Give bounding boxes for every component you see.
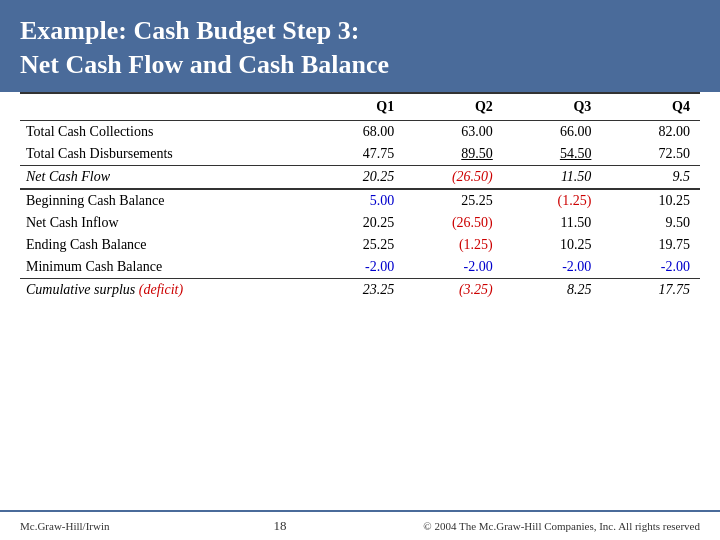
label-net-cash-inflow: Net Cash Inflow xyxy=(20,212,306,234)
q3-cumulative-surplus: 8.25 xyxy=(503,278,602,301)
q1-net-cash-flow: 20.25 xyxy=(306,165,405,189)
page-title: Example: Cash Budget Step 3: Net Cash Fl… xyxy=(20,14,389,82)
q4-total-cash-disbursements: 72.50 xyxy=(601,143,700,166)
page-wrapper: Example: Cash Budget Step 3: Net Cash Fl… xyxy=(0,0,720,540)
row-beginning-cash-balance: Beginning Cash Balance 5.00 25.25 (1.25)… xyxy=(20,189,700,212)
q2-beginning-cash-balance: 25.25 xyxy=(404,189,503,212)
q1-ending-cash-balance: 25.25 xyxy=(306,234,405,256)
q1-cumulative-surplus: 23.25 xyxy=(306,278,405,301)
header-section: Example: Cash Budget Step 3: Net Cash Fl… xyxy=(0,0,720,92)
q2-net-cash-inflow: (26.50) xyxy=(404,212,503,234)
row-total-cash-disbursements: Total Cash Disbursements 47.75 89.50 54.… xyxy=(20,143,700,166)
col-header-q3: Q3 xyxy=(503,93,602,121)
label-cumulative-surplus: Cumulative surplus (deficit) xyxy=(20,278,306,301)
label-total-cash-disbursements: Total Cash Disbursements xyxy=(20,143,306,166)
page-number: 18 xyxy=(140,518,420,534)
q4-minimum-cash-balance: -2.00 xyxy=(601,256,700,279)
col-header-label xyxy=(20,93,306,121)
label-total-cash-collections: Total Cash Collections xyxy=(20,120,306,143)
q1-net-cash-inflow: 20.25 xyxy=(306,212,405,234)
footer-section: Mc.Graw-Hill/Irwin 18 © 2004 The Mc.Graw… xyxy=(0,510,720,540)
q3-net-cash-inflow: 11.50 xyxy=(503,212,602,234)
col-header-q1: Q1 xyxy=(306,93,405,121)
label-minimum-cash-balance: Minimum Cash Balance xyxy=(20,256,306,279)
q4-ending-cash-balance: 19.75 xyxy=(601,234,700,256)
row-minimum-cash-balance: Minimum Cash Balance -2.00 -2.00 -2.00 -… xyxy=(20,256,700,279)
q2-total-cash-collections: 63.00 xyxy=(404,120,503,143)
q3-net-cash-flow: 11.50 xyxy=(503,165,602,189)
q4-total-cash-collections: 82.00 xyxy=(601,120,700,143)
col-header-q2: Q2 xyxy=(404,93,503,121)
q1-total-cash-collections: 68.00 xyxy=(306,120,405,143)
row-net-cash-flow: Net Cash Flow 20.25 (26.50) 11.50 9.5 xyxy=(20,165,700,189)
table-header-row: Q1 Q2 Q3 Q4 xyxy=(20,93,700,121)
footer-copyright: © 2004 The Mc.Graw-Hill Companies, Inc. … xyxy=(420,520,700,532)
q4-beginning-cash-balance: 10.25 xyxy=(601,189,700,212)
label-net-cash-flow: Net Cash Flow xyxy=(20,165,306,189)
q1-total-cash-disbursements: 47.75 xyxy=(306,143,405,166)
q1-minimum-cash-balance: -2.00 xyxy=(306,256,405,279)
q2-net-cash-flow: (26.50) xyxy=(404,165,503,189)
cash-budget-table: Q1 Q2 Q3 Q4 Total Cash Collections 68.00… xyxy=(20,92,700,301)
q2-total-cash-disbursements: 89.50 xyxy=(404,143,503,166)
q4-net-cash-flow: 9.5 xyxy=(601,165,700,189)
row-cumulative-surplus: Cumulative surplus (deficit) 23.25 (3.25… xyxy=(20,278,700,301)
table-container: Q1 Q2 Q3 Q4 Total Cash Collections 68.00… xyxy=(20,92,700,510)
q2-ending-cash-balance: (1.25) xyxy=(404,234,503,256)
q4-cumulative-surplus: 17.75 xyxy=(601,278,700,301)
title-line2: Net Cash Flow and Cash Balance xyxy=(20,50,389,79)
q1-beginning-cash-balance: 5.00 xyxy=(306,189,405,212)
q3-beginning-cash-balance: (1.25) xyxy=(503,189,602,212)
label-beginning-cash-balance: Beginning Cash Balance xyxy=(20,189,306,212)
row-total-cash-collections: Total Cash Collections 68.00 63.00 66.00… xyxy=(20,120,700,143)
q3-minimum-cash-balance: -2.00 xyxy=(503,256,602,279)
q3-total-cash-collections: 66.00 xyxy=(503,120,602,143)
row-ending-cash-balance: Ending Cash Balance 25.25 (1.25) 10.25 1… xyxy=(20,234,700,256)
content-area: Q1 Q2 Q3 Q4 Total Cash Collections 68.00… xyxy=(0,92,720,510)
q2-minimum-cash-balance: -2.00 xyxy=(404,256,503,279)
row-net-cash-inflow: Net Cash Inflow 20.25 (26.50) 11.50 9.50 xyxy=(20,212,700,234)
q3-total-cash-disbursements: 54.50 xyxy=(503,143,602,166)
q2-cumulative-surplus: (3.25) xyxy=(404,278,503,301)
col-header-q4: Q4 xyxy=(601,93,700,121)
q4-net-cash-inflow: 9.50 xyxy=(601,212,700,234)
title-line1: Example: Cash Budget Step 3: xyxy=(20,16,359,45)
footer-publisher: Mc.Graw-Hill/Irwin xyxy=(20,520,140,532)
label-ending-cash-balance: Ending Cash Balance xyxy=(20,234,306,256)
q3-ending-cash-balance: 10.25 xyxy=(503,234,602,256)
